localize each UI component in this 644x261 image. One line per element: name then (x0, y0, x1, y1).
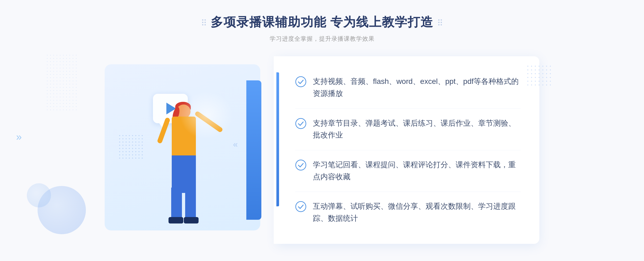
check-circle-icon-4 (295, 201, 306, 212)
decoration-dots-left (202, 19, 206, 25)
title-row: 多项录播课辅助功能 专为线上教学打造 (202, 14, 442, 31)
person-arm-left (157, 117, 170, 144)
blue-strip (276, 72, 279, 206)
person-leg-left (171, 188, 182, 220)
features-panel: 支持视频、音频、flash、word、excel、ppt、pdf等各种格式的资源… (276, 56, 539, 244)
feature-text-4: 互动弹幕、试听购买、微信分享、观看次数限制、学习进度跟踪、数据统计 (313, 200, 521, 225)
divider-3 (295, 192, 521, 192)
bg-dots-left (46, 54, 78, 113)
light-glow (180, 91, 233, 139)
sub-title: 学习进度全掌握，提升录播课教学效果 (202, 35, 442, 43)
feature-text-3: 学习笔记回看、课程提问、课程评论打分、课件资料下载，重点内容收藏 (313, 159, 521, 183)
svg-point-0 (296, 77, 306, 87)
page-container: » 多项录播课辅助功能 专为线上教学打造 学习进度全掌握，提升录播课教学效果 (0, 0, 644, 261)
person-leg-right (185, 188, 196, 220)
header-section: 多项录播课辅助功能 专为线上教学打造 学习进度全掌握，提升录播课教学效果 (202, 14, 442, 43)
feature-item-2: 支持章节目录、弹题考试、课后练习、课后作业、章节测验、批改作业 (295, 114, 521, 145)
decoration-dots-right (438, 19, 442, 25)
svg-point-3 (296, 202, 306, 212)
deco-chevron-illustration: « (233, 139, 236, 149)
blue-vertical-bar (246, 80, 261, 220)
feature-item-4: 互动弹幕、试听购买、微信分享、观看次数限制、学习进度跟踪、数据统计 (295, 197, 521, 228)
illustration-card: « (105, 64, 260, 230)
check-circle-icon-3 (295, 159, 306, 171)
panel-dots-right (526, 64, 553, 86)
left-illustration-panel: « (105, 56, 276, 244)
divider-2 (295, 150, 521, 150)
check-circle-icon-2 (295, 118, 306, 129)
circle-decoration-small (27, 183, 51, 207)
feature-item-1: 支持视频、音频、flash、word、excel、ppt、pdf等各种格式的资源… (295, 72, 521, 103)
content-area: « (105, 56, 539, 244)
feature-item-3: 学习笔记回看、课程提问、课程评论打分、课件资料下载，重点内容收藏 (295, 156, 521, 186)
person-shoe-left (169, 217, 183, 223)
person-shoe-right (184, 217, 199, 223)
chevron-decoration: » (16, 131, 20, 143)
main-title: 多项录播课辅助功能 专为线上教学打造 (211, 14, 434, 31)
person-pants (172, 155, 196, 193)
svg-point-1 (296, 118, 306, 129)
svg-point-2 (296, 160, 306, 170)
check-circle-icon-1 (295, 76, 306, 87)
feature-text-1: 支持视频、音频、flash、word、excel、ppt、pdf等各种格式的资源… (313, 76, 521, 100)
feature-text-2: 支持章节目录、弹题考试、课后练习、课后作业、章节测验、批改作业 (313, 117, 521, 141)
divider-1 (295, 108, 521, 109)
